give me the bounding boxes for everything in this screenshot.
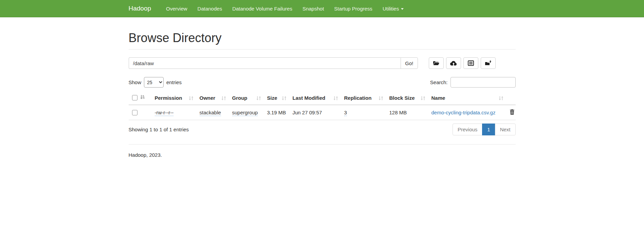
nav-item-startup-progress[interactable]: Startup Progress bbox=[329, 0, 378, 17]
header-actions bbox=[506, 92, 516, 105]
sort-icon bbox=[498, 96, 503, 100]
sort-by-attributes-icon bbox=[140, 95, 145, 100]
table-header-row: Permission Owner Group bbox=[129, 92, 516, 105]
sort-icon bbox=[188, 96, 194, 100]
entries-label: entries bbox=[166, 79, 182, 85]
nav-item-overview[interactable]: Overview bbox=[161, 0, 192, 17]
header-block-size[interactable]: Block Size bbox=[386, 92, 428, 105]
directory-path-input[interactable] bbox=[129, 57, 401, 69]
cut-paste-button[interactable] bbox=[463, 57, 478, 69]
group-cell[interactable]: supergroup bbox=[232, 110, 258, 116]
search-control: Search: bbox=[430, 77, 516, 88]
pagination-page-1[interactable]: 1 bbox=[482, 124, 495, 135]
table-footer: Showing 1 to 1 of 1 entries Previous 1 N… bbox=[129, 124, 516, 135]
nav-item-utilities-label: Utilities bbox=[383, 6, 399, 12]
search-input[interactable] bbox=[450, 77, 516, 88]
header-group[interactable]: Group bbox=[229, 92, 264, 105]
sort-icon bbox=[256, 96, 261, 100]
block-size-cell: 128 MB bbox=[389, 110, 407, 115]
folder-open-icon bbox=[433, 60, 440, 66]
row-checkbox[interactable] bbox=[132, 110, 137, 115]
show-entries-control: Show 25 entries bbox=[129, 77, 182, 88]
header-name[interactable]: Name bbox=[428, 92, 506, 105]
nav-item-utilities[interactable]: Utilities bbox=[378, 0, 409, 17]
top-navbar: Hadoop Overview Datanodes Datanode Volum… bbox=[0, 0, 644, 17]
nav-item-snapshot[interactable]: Snapshot bbox=[297, 0, 329, 17]
file-name-link[interactable]: demo-cycling-tripdata.csv.gz bbox=[431, 110, 496, 115]
header-owner[interactable]: Owner bbox=[196, 92, 229, 105]
page-length-select[interactable]: 25 bbox=[144, 77, 164, 88]
site-footer: Hadoop, 2023. bbox=[129, 145, 516, 165]
sort-icon bbox=[281, 96, 287, 100]
navbar-brand[interactable]: Hadoop bbox=[129, 0, 157, 17]
sort-icon bbox=[378, 96, 383, 100]
permission-cell[interactable]: -rw-r--r-- bbox=[155, 110, 174, 116]
upload-files-button[interactable] bbox=[446, 57, 461, 69]
last-modified-cell: Jun 27 09:57 bbox=[293, 110, 322, 115]
file-action-buttons bbox=[429, 57, 498, 69]
header-replication[interactable]: Replication bbox=[341, 92, 386, 105]
sort-icon bbox=[221, 96, 226, 100]
select-all-checkbox[interactable] bbox=[132, 95, 137, 100]
list-alt-icon bbox=[468, 60, 474, 66]
sort-icon bbox=[333, 96, 338, 100]
header-size[interactable]: Size bbox=[264, 92, 289, 105]
table-controls: Show 25 entries Search: bbox=[129, 77, 516, 88]
replication-cell[interactable]: 3 bbox=[344, 110, 347, 116]
header-select-all[interactable] bbox=[129, 92, 151, 105]
header-last-modified[interactable]: Last Modified bbox=[289, 92, 341, 105]
search-label: Search: bbox=[430, 79, 448, 85]
page-title: Browse Directory bbox=[129, 31, 516, 45]
path-bar: Go! bbox=[129, 57, 516, 69]
delete-file-button[interactable] bbox=[510, 109, 515, 115]
sort-icon bbox=[420, 96, 425, 100]
nav-item-datanodes[interactable]: Datanodes bbox=[192, 0, 227, 17]
caret-down-icon bbox=[401, 8, 404, 10]
go-button[interactable]: Go! bbox=[401, 57, 418, 69]
entries-info: Showing 1 to 1 of 1 entries bbox=[129, 127, 189, 132]
path-input-group: Go! bbox=[129, 57, 418, 69]
size-cell: 3.19 MB bbox=[267, 110, 286, 115]
table-row: -rw-r--r-- stackable supergroup 3.19 MB … bbox=[129, 105, 516, 120]
show-label: Show bbox=[129, 79, 142, 85]
cloud-upload-icon bbox=[450, 61, 457, 66]
pagination-next[interactable]: Next bbox=[495, 124, 516, 135]
file-listing-table: Permission Owner Group bbox=[129, 92, 516, 120]
owner-cell[interactable]: stackable bbox=[200, 110, 221, 116]
trash-icon bbox=[510, 111, 515, 116]
create-directory-button[interactable] bbox=[429, 57, 444, 69]
pagination: Previous 1 Next bbox=[453, 124, 516, 135]
move-directory-button[interactable] bbox=[481, 57, 496, 69]
nav-item-datanode-volume-failures[interactable]: Datanode Volume Failures bbox=[227, 0, 297, 17]
header-permission[interactable]: Permission bbox=[151, 92, 196, 105]
folder-move-icon bbox=[485, 60, 492, 66]
pagination-previous[interactable]: Previous bbox=[453, 124, 482, 135]
title-divider bbox=[129, 49, 516, 50]
